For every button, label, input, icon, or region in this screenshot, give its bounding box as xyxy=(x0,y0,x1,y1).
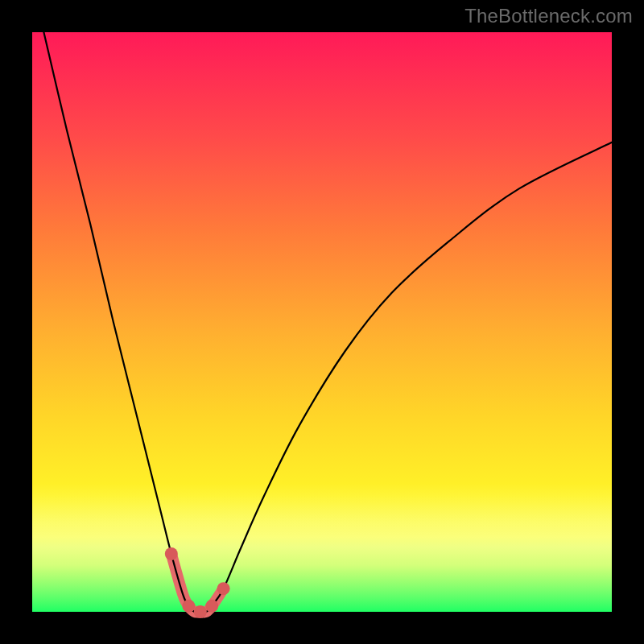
trough-marker-dot xyxy=(165,547,178,560)
plot-area xyxy=(32,32,612,612)
trough-marker-dot xyxy=(205,600,218,613)
watermark-text: TheBottleneck.com xyxy=(464,5,633,27)
trough-marker-dot xyxy=(217,582,230,595)
trough-marker-dot xyxy=(194,605,207,618)
bottleneck-curve-line xyxy=(43,32,612,613)
trough-marker-dot xyxy=(182,600,195,613)
chart-frame: TheBottleneck.com xyxy=(0,0,644,644)
curve-layer xyxy=(32,32,612,612)
